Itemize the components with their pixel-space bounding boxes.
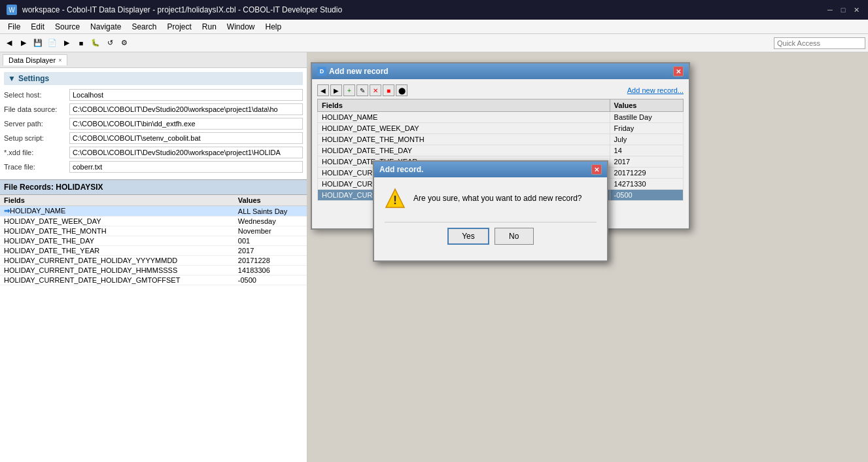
settings-label-2: Server path:	[4, 120, 69, 128]
dialog-icon: D	[317, 67, 326, 76]
add-record-value-0: Bastille Day	[610, 112, 683, 123]
file-record-row-1[interactable]: HOLIDAY_DATE_WEEK_DAY Wednesday	[0, 217, 307, 226]
toolbar-run-button[interactable]: ▶	[60, 37, 73, 50]
warning-icon: !	[385, 188, 406, 209]
confirm-dialog-titlebar: Add record. ✕	[374, 162, 607, 177]
menu-project[interactable]: Project	[162, 21, 196, 33]
settings-input-5[interactable]	[69, 161, 303, 173]
menu-file[interactable]: File	[3, 21, 26, 33]
file-record-row-2[interactable]: HOLIDAY_DATE_THE_MONTH November	[0, 226, 307, 236]
quick-access-input[interactable]	[774, 37, 865, 49]
toolbar-refresh-button[interactable]: ↺	[103, 37, 116, 50]
add-record-field-2: HOLIDAY_DATE_THE_MONTH	[318, 134, 610, 145]
add-record-close-button[interactable]: ✕	[673, 66, 684, 77]
menu-run[interactable]: Run	[197, 21, 222, 33]
settings-input-4[interactable]	[69, 147, 303, 158]
dialog-col-values: Values	[610, 99, 683, 112]
settings-row-2: Server path:	[4, 118, 303, 130]
settings-section: ▼ Settings Select host: File data source…	[0, 68, 307, 179]
settings-label-0: Select host:	[4, 91, 69, 99]
add-record-dialog-titlebar: D Add new record ✕	[312, 63, 689, 79]
app-icon: W	[7, 5, 17, 15]
settings-label-1: File data source:	[4, 105, 69, 113]
left-panel: Data Displayer × ▼ Settings Select host:…	[0, 52, 307, 462]
file-record-field-7: HOLIDAY_CURRENT_DATE_HOLIDAY_GMTOFFSET	[0, 275, 234, 285]
svg-text:!: !	[393, 194, 397, 207]
menu-edit[interactable]: Edit	[26, 21, 50, 33]
toolbar-forward-button[interactable]: ▶	[17, 37, 30, 50]
settings-label-3: Setup script:	[4, 134, 69, 142]
add-record-field-1: HOLIDAY_DATE_WEEK_DAY	[318, 123, 610, 134]
minimize-button[interactable]: ─	[825, 5, 835, 15]
file-record-row-4[interactable]: HOLIDAY_DATE_THE_YEAR 2017	[0, 246, 307, 256]
add-record-value-7: -0500	[610, 190, 683, 201]
file-record-row-3[interactable]: HOLIDAY_DATE_THE_DAY 001	[0, 236, 307, 246]
settings-row-5: Trace file:	[4, 161, 303, 173]
file-record-row-7[interactable]: HOLIDAY_CURRENT_DATE_HOLIDAY_GMTOFFSET -…	[0, 275, 307, 285]
dialog-stop-button[interactable]: ■	[383, 84, 394, 96]
menu-search[interactable]: Search	[126, 21, 162, 33]
dialog-nav-prev-button[interactable]: ◀	[317, 84, 329, 96]
add-record-field-0: HOLIDAY_NAME	[318, 112, 610, 123]
settings-input-2[interactable]	[69, 118, 303, 130]
settings-input-0[interactable]	[69, 89, 303, 101]
menu-window[interactable]: Window	[222, 21, 260, 33]
confirm-close-button[interactable]: ✕	[591, 164, 602, 175]
confirm-message: Are you sure, what you want to add new r…	[413, 194, 582, 203]
add-record-value-5: 20171229	[610, 168, 683, 179]
toolbar-save-button[interactable]: 💾	[31, 37, 44, 50]
toolbar-back-button[interactable]: ◀	[3, 37, 16, 50]
dialog-delete-button[interactable]: ✕	[370, 84, 381, 96]
settings-input-1[interactable]	[69, 103, 303, 115]
toolbar: ◀ ▶ 💾 📄 ▶ ■ 🐛 ↺ ⚙	[0, 34, 868, 52]
add-record-row-2[interactable]: HOLIDAY_DATE_THE_MONTH July	[318, 134, 684, 145]
add-record-row-0[interactable]: HOLIDAY_NAME Bastille Day	[318, 112, 684, 123]
file-record-value-1: Wednesday	[234, 217, 307, 226]
menu-navigate[interactable]: Navigate	[85, 21, 126, 33]
title-bar: W workspace - Cobol-IT Data Displayer - …	[0, 0, 868, 20]
dialog-add-button[interactable]: +	[343, 84, 355, 96]
file-record-field-2: HOLIDAY_DATE_THE_MONTH	[0, 226, 234, 236]
add-record-value-6: 14271330	[610, 179, 683, 190]
add-record-row-1[interactable]: HOLIDAY_DATE_WEEK_DAY Friday	[318, 123, 684, 134]
settings-triangle-icon: ▼	[8, 74, 16, 83]
toolbar-debug-button[interactable]: 🐛	[89, 37, 102, 50]
add-record-row-3[interactable]: HOLIDAY_DATE_THE_DAY 14	[318, 145, 684, 156]
toolbar-new-button[interactable]: 📄	[46, 37, 59, 50]
records-col-values: Values	[234, 195, 307, 206]
toolbar-stop-button[interactable]: ■	[75, 37, 88, 50]
confirm-no-button[interactable]: No	[495, 228, 534, 245]
data-displayer-tab[interactable]: Data Displayer ×	[3, 54, 67, 65]
file-record-row-0[interactable]: ⇒HOLIDAY_NAME ALL Saints Day	[0, 206, 307, 217]
settings-label-4: *.xdd file:	[4, 149, 69, 156]
settings-header: ▼ Settings	[4, 72, 303, 85]
file-record-row-5[interactable]: HOLIDAY_CURRENT_DATE_HOLIDAY_YYYYMMDD 20…	[0, 256, 307, 266]
toolbar-settings-button[interactable]: ⚙	[118, 37, 131, 50]
menu-help[interactable]: Help	[260, 21, 287, 33]
dialog-edit-button[interactable]: ✎	[356, 84, 368, 96]
window-title: workspace - Cobol-IT Data Displayer - pr…	[22, 5, 342, 14]
dialog-record-btn[interactable]: ⬤	[396, 84, 408, 96]
settings-row-3: Setup script:	[4, 132, 303, 144]
file-record-row-6[interactable]: HOLIDAY_CURRENT_DATE_HOLIDAY_HHMMSSSS 14…	[0, 266, 307, 275]
menu-source[interactable]: Source	[50, 21, 85, 33]
add-new-record-link[interactable]: Add new record...	[627, 86, 684, 94]
tab-label: Data Displayer	[9, 56, 56, 64]
confirm-dialog-body: ! Are you sure, what you want to add new…	[374, 177, 607, 260]
settings-input-3[interactable]	[69, 132, 303, 144]
main-content: Data Displayer × ▼ Settings Select host:…	[0, 52, 868, 462]
dialog-nav-next-button[interactable]: ▶	[330, 84, 342, 96]
settings-rows: Select host: File data source: Server pa…	[4, 89, 303, 173]
close-button[interactable]: ✕	[851, 5, 861, 15]
confirm-yes-button[interactable]: Yes	[447, 228, 489, 245]
settings-row-0: Select host:	[4, 89, 303, 101]
maximize-button[interactable]: □	[838, 5, 848, 15]
add-record-value-3: 14	[610, 145, 683, 156]
confirm-button-row: Yes No	[385, 222, 597, 250]
file-record-value-0: ALL Saints Day	[234, 206, 307, 217]
dialog-toolbar: ◀ ▶ + ✎ ✕ ■ ⬤ Add new record...	[317, 84, 684, 96]
file-record-value-7: -0500	[234, 275, 307, 285]
settings-row-4: *.xdd file:	[4, 147, 303, 158]
file-record-value-5: 20171228	[234, 256, 307, 266]
tab-close-button[interactable]: ×	[58, 57, 61, 63]
